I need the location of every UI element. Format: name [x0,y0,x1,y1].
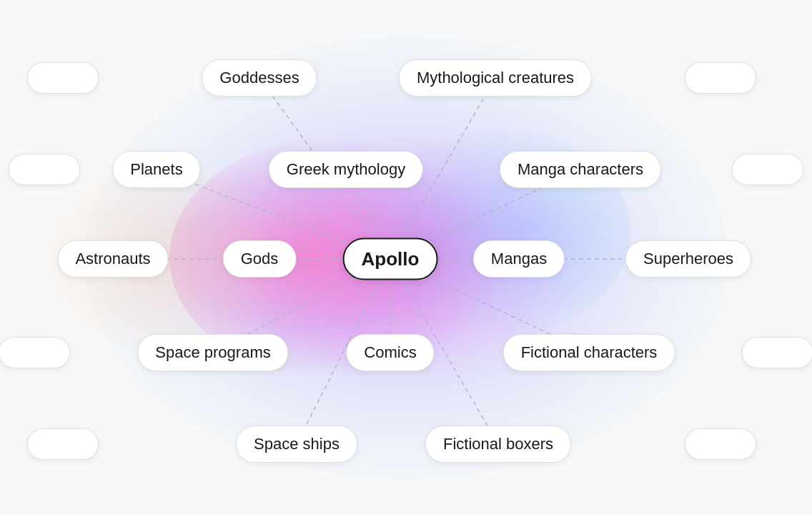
node-apollo[interactable]: Apollo [343,238,438,280]
node-space-ships[interactable]: Space ships [236,426,357,463]
node-space-programs[interactable]: Space programs [137,334,288,371]
node-fictional-boxers[interactable]: Fictional boxers [425,426,571,463]
stub-stub-mr2 [742,337,812,368]
node-planets[interactable]: Planets [112,151,200,188]
stub-stub-tl1 [27,62,99,94]
stub-stub-ml2 [0,337,70,368]
node-goddesses[interactable]: Goddesses [202,59,317,97]
node-mangas[interactable]: Mangas [473,240,565,278]
node-mythological[interactable]: Mythological creatures [399,59,592,97]
node-superheroes[interactable]: Superheroes [625,240,751,278]
stub-stub-tr1 [685,62,756,94]
stub-stub-mr1 [732,154,803,185]
stub-stub-ml1 [9,154,80,185]
node-gods[interactable]: Gods [223,240,297,278]
node-fictional-characters[interactable]: Fictional characters [503,334,675,371]
node-comics[interactable]: Comics [346,334,434,371]
node-greek-mythology[interactable]: Greek mythology [269,151,423,188]
stub-stub-bl1 [27,428,99,460]
node-astronauts[interactable]: Astronauts [57,240,168,278]
stub-stub-br1 [685,428,756,460]
node-manga-characters[interactable]: Manga characters [500,151,661,188]
